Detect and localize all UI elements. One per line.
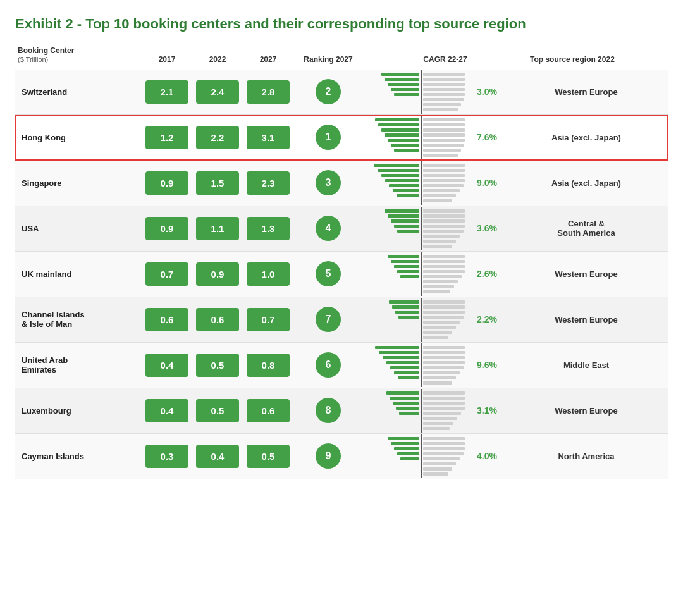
table-body: Switzerland2.12.42.823.0%Western EuropeH… — [15, 70, 668, 479]
cell-value-2017: 0.4 — [142, 347, 192, 383]
cagr-value: 3.6% — [471, 223, 497, 233]
cell-value-2022: 0.4 — [192, 438, 243, 474]
cagr-value: 7.6% — [471, 132, 497, 142]
table-row: United ArabEmirates0.40.50.869.6%Middle … — [15, 343, 668, 388]
cell-name: UK mainland — [15, 266, 142, 283]
cagr-value: 2.6% — [471, 269, 497, 279]
cell-source-region: Central &South America — [527, 215, 641, 242]
cell-value-2027: 0.8 — [243, 347, 293, 383]
header-2022: 2022 — [192, 55, 243, 64]
cell-value-2017: 2.1 — [142, 74, 192, 110]
cell-value-2022: 0.9 — [192, 256, 243, 292]
cagr-value: 9.6% — [471, 360, 497, 370]
cell-value-2017: 0.9 — [142, 165, 192, 201]
cell-source-region: Western Europe — [527, 311, 641, 328]
cell-rank: 8 — [293, 394, 363, 427]
header-ranking: Ranking 2027 — [293, 55, 363, 64]
cell-rank: 4 — [293, 212, 363, 245]
cell-name: Hong Kong — [15, 129, 142, 146]
header-cagr: CAGR 22-27 — [363, 55, 527, 64]
cell-value-2017: 1.2 — [142, 120, 192, 156]
cell-rank: 3 — [293, 166, 363, 199]
cell-value-2022: 1.1 — [192, 211, 243, 247]
cell-source-region: Middle East — [527, 357, 641, 374]
cagr-value: 3.0% — [471, 87, 497, 97]
cell-value-2017: 0.7 — [142, 256, 192, 292]
header-booking-center: Booking Center ($ Trillion) — [15, 46, 142, 64]
cell-value-2027: 0.7 — [243, 302, 293, 338]
cell-cagr: 4.0% — [363, 434, 527, 478]
cell-name: Cayman Islands — [15, 448, 142, 465]
page-title: Exhibit 2 - Top 10 booking centers and t… — [15, 15, 668, 34]
cell-source-region: Western Europe — [527, 83, 641, 101]
cell-value-2022: 0.6 — [192, 302, 243, 338]
table-row: Cayman Islands0.30.40.594.0%North Americ… — [15, 434, 668, 479]
data-table: Booking Center ($ Trillion) 2017 2022 20… — [15, 46, 668, 479]
cell-value-2022: 0.5 — [192, 347, 243, 383]
cagr-value: 9.0% — [471, 178, 497, 188]
header-source-region: Top source region 2022 — [527, 55, 641, 64]
table-row: UK mainland0.70.91.052.6%Western Europe — [15, 252, 668, 297]
cell-rank: 9 — [293, 440, 363, 472]
cell-rank: 7 — [293, 303, 363, 336]
cell-cagr: 3.6% — [363, 207, 527, 250]
cagr-value: 4.0% — [471, 451, 497, 461]
cell-value-2022: 0.5 — [192, 393, 243, 429]
cell-rank: 6 — [293, 348, 363, 381]
cagr-value: 2.2% — [471, 314, 497, 324]
cell-rank: 2 — [293, 75, 363, 108]
cell-source-region: Asia (excl. Japan) — [527, 129, 641, 146]
cell-value-2022: 1.5 — [192, 165, 243, 201]
cell-name: USA — [15, 220, 142, 237]
cell-value-2017: 0.9 — [142, 211, 192, 247]
cell-value-2027: 0.6 — [243, 393, 293, 429]
cell-value-2022: 2.4 — [192, 74, 243, 110]
cell-source-region: North America — [527, 448, 641, 465]
table-row: Channel Islands& Isle of Man0.60.60.772.… — [15, 297, 668, 343]
cell-cagr: 9.0% — [363, 161, 527, 205]
cell-value-2017: 0.6 — [142, 302, 192, 338]
cell-name: Switzerland — [15, 83, 142, 101]
cell-cagr: 3.0% — [363, 70, 527, 114]
cell-name: United ArabEmirates — [15, 352, 142, 378]
cell-cagr: 9.6% — [363, 343, 527, 387]
table-row: Singapore0.91.52.339.0%Asia (excl. Japan… — [15, 161, 668, 206]
cell-value-2017: 0.4 — [142, 393, 192, 429]
cell-name: Luxembourg — [15, 402, 142, 419]
cell-cagr: 2.6% — [363, 252, 527, 296]
cell-name: Channel Islands& Isle of Man — [15, 306, 142, 333]
table-row: USA0.91.11.343.6%Central &South America — [15, 206, 668, 252]
cell-rank: 5 — [293, 257, 363, 290]
table-row: Switzerland2.12.42.823.0%Western Europe — [15, 70, 668, 115]
cell-value-2027: 1.3 — [243, 211, 293, 247]
cell-rank: 1 — [293, 121, 363, 154]
cell-cagr: 7.6% — [363, 116, 527, 159]
cell-value-2027: 3.1 — [243, 120, 293, 156]
cell-source-region: Asia (excl. Japan) — [527, 175, 641, 192]
cell-value-2027: 0.5 — [243, 438, 293, 474]
table-header: Booking Center ($ Trillion) 2017 2022 20… — [15, 46, 668, 68]
header-2017: 2017 — [142, 55, 192, 64]
cell-value-2022: 2.2 — [192, 120, 243, 156]
cell-value-2027: 1.0 — [243, 256, 293, 292]
table-row: Hong Kong1.22.23.117.6%Asia (excl. Japan… — [15, 115, 668, 161]
cell-source-region: Western Europe — [527, 266, 641, 283]
cell-cagr: 2.2% — [363, 298, 527, 342]
cagr-value: 3.1% — [471, 405, 497, 416]
cell-source-region: Western Europe — [527, 402, 641, 419]
cell-name: Singapore — [15, 175, 142, 192]
cell-value-2027: 2.8 — [243, 74, 293, 110]
cell-value-2027: 2.3 — [243, 165, 293, 201]
cell-value-2017: 0.3 — [142, 438, 192, 474]
cell-cagr: 3.1% — [363, 389, 527, 433]
table-row: Luxembourg0.40.50.683.1%Western Europe — [15, 388, 668, 434]
header-2027: 2027 — [243, 55, 293, 64]
